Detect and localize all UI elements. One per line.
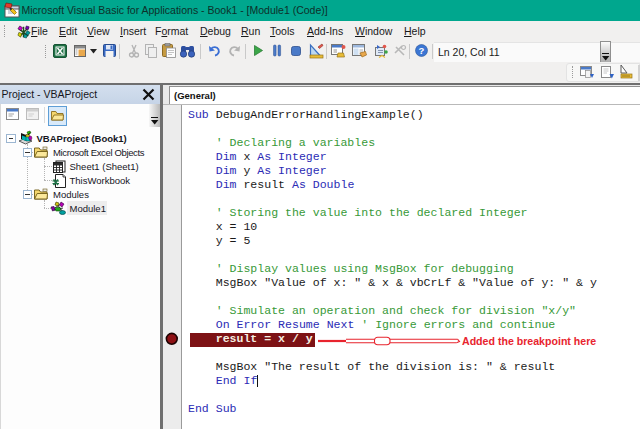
- svg-text:?: ?: [419, 45, 425, 56]
